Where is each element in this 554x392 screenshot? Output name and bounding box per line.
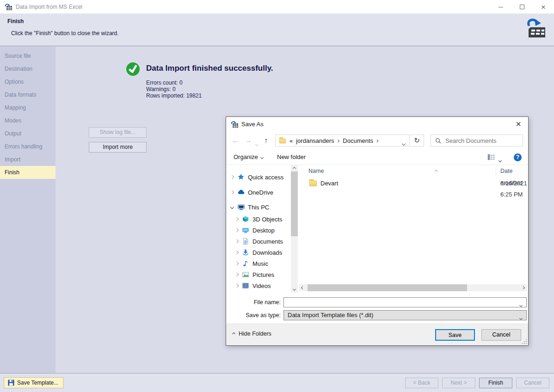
chevron-right-icon[interactable] — [235, 240, 240, 243]
sidebar-item-errors-handling[interactable]: Errors handling — [0, 140, 55, 153]
close-button[interactable] — [533, 0, 554, 14]
tree-item-downloads[interactable]: Downloads — [226, 247, 282, 258]
chevron-right-icon[interactable] — [235, 229, 240, 232]
tree-item-pictures[interactable]: Pictures — [226, 269, 274, 280]
sidebar-item-mapping[interactable]: Mapping — [0, 101, 55, 114]
folder-icon — [309, 181, 317, 186]
finish-button[interactable]: Finish — [479, 378, 512, 388]
back-arrow-icon[interactable]: ← — [232, 134, 239, 147]
sort-ascending-icon — [435, 167, 437, 174]
sidebar-item-options[interactable]: Options — [0, 75, 55, 88]
view-dropdown-chevron-icon[interactable] — [499, 156, 501, 163]
sidebar-item-source-file[interactable]: Source file — [0, 49, 55, 62]
sidebar-item-data-formats[interactable]: Data formats — [0, 88, 55, 101]
chevron-right-icon[interactable] — [235, 251, 240, 254]
sidebar-item-import[interactable]: Import — [0, 153, 55, 166]
scrollbar-thumb[interactable] — [291, 172, 298, 236]
address-bar[interactable]: « jordansanders › Documents › — [275, 135, 410, 147]
search-placeholder: Search Documents — [445, 137, 497, 144]
address-dropdown-chevron-icon[interactable] — [402, 140, 405, 147]
help-icon[interactable] — [514, 153, 522, 161]
organize-button[interactable]: Organize — [234, 150, 263, 164]
maximize-button[interactable] — [511, 0, 533, 14]
tree-item-desktop[interactable]: Desktop — [226, 225, 275, 236]
onedrive-cloud-icon — [237, 189, 245, 196]
resize-grip[interactable] — [522, 339, 527, 344]
recent-locations-chevron-icon[interactable] — [256, 140, 258, 147]
up-arrow-icon[interactable]: ↑ — [264, 134, 268, 147]
tree-item-this-pc[interactable]: This PC — [226, 202, 269, 213]
document-icon — [242, 238, 250, 245]
tree-item-videos[interactable]: Videos — [226, 280, 271, 291]
save-as-type-combo[interactable]: Data Import Template files (*.dit) — [283, 310, 527, 320]
column-header-date-modified[interactable]: Date modified — [500, 165, 528, 177]
search-icon — [435, 137, 442, 144]
forward-arrow-icon[interactable]: → — [245, 134, 252, 147]
details-view-icon[interactable] — [487, 153, 495, 161]
breadcrumb-separator: › — [376, 137, 379, 144]
tree-label: Quick access — [248, 174, 283, 181]
dialog-cancel-button[interactable]: Cancel — [481, 329, 521, 341]
refresh-button[interactable] — [410, 135, 424, 147]
chevron-right-icon[interactable] — [231, 191, 235, 194]
scroll-up-icon[interactable] — [291, 165, 298, 172]
file-name-row: File name: — [226, 297, 526, 307]
tree-item-quick-access[interactable]: Quick access — [226, 172, 283, 183]
dialog-close-button[interactable] — [509, 117, 528, 131]
folder-tree: Quick access OneDrive This PC — [226, 165, 291, 293]
column-header-name[interactable]: Name — [308, 165, 324, 177]
scroll-down-icon[interactable] — [291, 286, 298, 293]
chevron-down-icon[interactable] — [231, 206, 235, 208]
chevron-down-icon[interactable] — [520, 301, 522, 308]
file-row-devart[interactable]: Devart 6/16/2021 6:25 PM File folder — [298, 178, 528, 189]
hide-folders-button[interactable]: Hide Folders — [233, 331, 271, 337]
back-button[interactable]: < Back — [405, 378, 438, 388]
sidebar-item-modes[interactable]: Modes — [0, 114, 55, 127]
chevron-down-icon[interactable] — [520, 314, 522, 321]
tree-label: Documents — [252, 238, 283, 245]
picture-icon — [242, 271, 250, 278]
tree-label: This PC — [248, 204, 269, 211]
scrollbar-thumb[interactable] — [308, 284, 467, 291]
sidebar-item-destination[interactable]: Destination — [0, 62, 55, 75]
hide-folders-label: Hide Folders — [239, 331, 271, 337]
import-more-button[interactable]: Import more — [89, 142, 147, 153]
next-button[interactable]: Next > — [442, 378, 475, 388]
tree-item-onedrive[interactable]: OneDrive — [226, 187, 273, 198]
minimize-button[interactable] — [490, 0, 511, 14]
new-folder-button[interactable]: New folder — [277, 150, 306, 164]
music-note-icon — [242, 260, 250, 267]
tree-item-3d-objects[interactable]: 3D Objects — [226, 214, 282, 225]
tree-label: Pictures — [252, 271, 274, 278]
chevron-right-icon[interactable] — [235, 262, 240, 265]
sidebar-item-output[interactable]: Output — [0, 127, 55, 140]
chevron-right-icon[interactable] — [235, 273, 240, 276]
column-separator[interactable] — [496, 167, 496, 175]
list-horizontal-scrollbar[interactable] — [299, 284, 527, 291]
tree-item-music[interactable]: Music — [226, 258, 268, 269]
save-as-type-value: Data Import Template files (*.dit) — [288, 311, 373, 320]
file-name-input[interactable] — [285, 298, 516, 306]
tree-label: 3D Objects — [252, 216, 282, 223]
scroll-left-icon[interactable] — [299, 284, 306, 291]
wizard-bottom-bar: Save Template... < Back Next > Finish Ca… — [0, 373, 554, 392]
save-template-button[interactable]: Save Template... — [4, 377, 63, 388]
sidebar-item-finish[interactable]: Finish — [0, 166, 55, 179]
file-name-combo[interactable] — [283, 297, 527, 307]
cancel-button[interactable]: Cancel — [516, 378, 549, 388]
tree-scrollbar[interactable] — [291, 165, 298, 293]
breadcrumb-documents[interactable]: Documents — [343, 137, 373, 144]
breadcrumb-overflow[interactable]: « — [289, 137, 293, 144]
breadcrumb-user[interactable]: jordansanders — [296, 137, 334, 144]
tree-label: Videos — [252, 282, 271, 289]
chevron-right-icon[interactable] — [231, 176, 235, 178]
dialog-nav-bar: ← → ↑ « jordansanders › Documents › — [226, 134, 528, 147]
chevron-right-icon[interactable] — [235, 284, 240, 287]
show-log-file-button[interactable]: Show log file... — [89, 127, 147, 138]
chevron-right-icon[interactable] — [235, 218, 240, 220]
save-button[interactable]: Save — [435, 329, 475, 341]
scroll-right-icon[interactable] — [520, 284, 527, 291]
new-folder-label: New folder — [277, 150, 306, 164]
tree-item-documents[interactable]: Documents — [226, 236, 283, 247]
search-box[interactable]: Search Documents — [431, 135, 523, 147]
